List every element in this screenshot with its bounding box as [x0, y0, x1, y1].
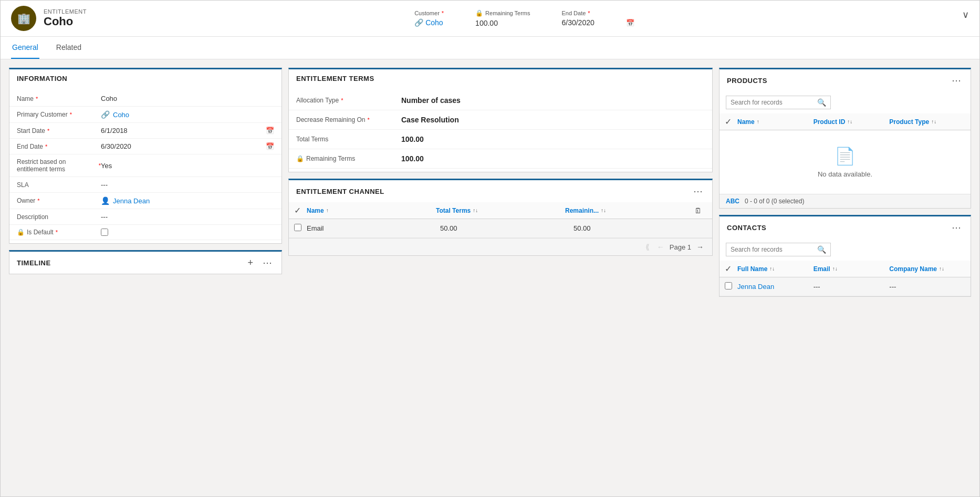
terms-total-label: Total Terms	[296, 136, 401, 143]
header-customer-value[interactable]: 🔗 Coho	[414, 18, 444, 27]
tabs-bar: General Related	[1, 37, 979, 59]
channel-row-checkbox[interactable]	[294, 224, 301, 231]
products-search-input[interactable]	[731, 99, 814, 106]
products-search-icon: 🔍	[817, 98, 826, 107]
contacts-card: CONTACTS ⋯ 🔍 ✓ Full Name	[719, 215, 971, 297]
products-empty-state: 📄 No data available.	[720, 130, 971, 194]
start-date-calendar-icon[interactable]: 📅	[266, 127, 274, 134]
products-empty-icon: 📄	[835, 146, 856, 166]
contacts-row-check[interactable]	[725, 282, 737, 291]
products-card-header: PRODUCTS ⋯	[720, 69, 971, 91]
entitlement-terms-header: ENTITLEMENT TERMS	[289, 69, 712, 88]
field-owner-value[interactable]: 👤 Jenna Dean	[101, 196, 274, 205]
header-enddate-value: 6/30/2020 📅	[561, 18, 634, 27]
products-col-product-type[interactable]: Product Type ↑↓	[889, 118, 965, 126]
is-default-checkbox[interactable]	[101, 229, 108, 236]
field-end-date-value: 6/30/2020 📅	[101, 142, 274, 150]
contacts-company-sort-icon: ↑↓	[939, 266, 944, 272]
products-search-box[interactable]: 🔍	[726, 96, 831, 109]
header-remaining-field: 🔒 Remaining Terms 100.00	[475, 9, 530, 27]
field-primary-customer-label: Primary Customer *	[17, 111, 101, 118]
contacts-cell-full-name[interactable]: Jenna Dean	[737, 283, 814, 291]
field-start-date-label: Start Date *	[17, 127, 101, 134]
channel-col-remaining[interactable]: Remainin... ↑↓	[565, 207, 694, 214]
terms-allocation-label: Allocation Type *	[296, 97, 401, 104]
lock-icon: 🔒	[475, 9, 483, 17]
products-col-product-id[interactable]: Product ID ↑↓	[814, 118, 890, 126]
channel-col-name[interactable]: Name ↑	[307, 207, 436, 214]
channel-more-button[interactable]: ⋯	[691, 185, 705, 197]
owner-person-icon: 👤	[101, 196, 110, 205]
channel-next-page-button[interactable]: →	[694, 242, 706, 252]
header-remaining-value: 100.00	[475, 19, 530, 27]
channel-pagination-controls: ⟪ ← Page 1 →	[643, 242, 706, 252]
contacts-row-checkbox[interactable]	[725, 282, 732, 289]
field-is-default-label: 🔒 Is Default *	[17, 229, 101, 236]
end-date-calendar-icon[interactable]: 📅	[266, 142, 274, 150]
products-name-sort-icon: ↑	[757, 119, 759, 125]
products-col-name[interactable]: Name ↑	[737, 118, 814, 126]
field-restrict-label: Restrict based on entitlement terms *	[17, 158, 101, 173]
channel-col-total-terms[interactable]: Total Terms ↑↓	[436, 207, 565, 214]
terms-decrease-on: Decrease Remaining On * Case Resolution	[289, 110, 712, 130]
field-start-date: Start Date * 6/1/2018 📅	[9, 123, 282, 139]
products-abc-label: ABC	[726, 198, 739, 205]
owner-required: *	[37, 198, 39, 204]
end-date-required: *	[45, 143, 47, 150]
channel-cell-name: Email	[307, 224, 440, 232]
entitlement-terms-card: ENTITLEMENT TERMS Allocation Type * Numb…	[288, 68, 713, 172]
timeline-header: Timeline + ⋯	[9, 252, 282, 274]
field-primary-customer: Primary Customer * 🔗 Coho	[9, 107, 282, 123]
channel-first-page-button[interactable]: ⟪	[643, 242, 652, 252]
field-description-value: ---	[101, 213, 274, 221]
contacts-more-button[interactable]: ⋯	[950, 222, 963, 233]
start-date-required: *	[47, 128, 49, 134]
channel-row-check[interactable]	[294, 224, 307, 233]
field-is-default-value	[101, 229, 274, 236]
name-required: *	[36, 96, 38, 102]
timeline-add-button[interactable]: +	[245, 257, 255, 268]
contacts-grid-header: ✓ Full Name ↑↓ Email ↑↓ Company Name ↑↓	[720, 261, 971, 277]
contacts-search-box[interactable]: 🔍	[726, 243, 831, 256]
channel-prev-page-button[interactable]: ←	[655, 242, 666, 252]
header-enddate-field: End Date * 6/30/2020 📅	[561, 10, 634, 27]
field-description: Description ---	[9, 209, 282, 225]
products-card: PRODUCTS ⋯ 🔍 ✓ Name	[719, 68, 971, 209]
field-primary-customer-value[interactable]: 🔗 Coho	[101, 110, 274, 119]
contacts-search-input[interactable]	[731, 246, 814, 253]
enddate-calendar-icon[interactable]: 📅	[626, 19, 634, 27]
channel-total-sort-icon: ↑↓	[473, 208, 478, 213]
contacts-search-container: 🔍	[720, 239, 971, 261]
information-card: INFORMATION Name * Coho Primary	[9, 68, 282, 244]
products-footer: ABC 0 - 0 of 0 (0 selected)	[720, 194, 971, 208]
contacts-name-sort-icon: ↑↓	[769, 266, 775, 272]
field-sla-value: ---	[101, 181, 274, 189]
contacts-cell-email: ---	[814, 283, 890, 291]
products-select-all[interactable]: ✓	[725, 117, 737, 127]
contacts-col-company-name[interactable]: Company Name ↑↓	[889, 265, 965, 273]
contacts-col-full-name[interactable]: Full Name ↑↓	[737, 265, 814, 273]
channel-select-all[interactable]: ✓	[294, 205, 307, 215]
products-more-button[interactable]: ⋯	[950, 75, 963, 86]
entitlement-channel-header: ENTITLEMENT CHANNEL ⋯	[289, 180, 712, 202]
header-collapse-button[interactable]: ∨	[962, 6, 969, 20]
header-customer-field: Customer * 🔗 Coho	[414, 10, 444, 27]
timeline-more-button[interactable]: ⋯	[260, 257, 274, 268]
channel-grid-header: ✓ Name ↑ Total Terms ↑↓ Remainin... ↑↓	[289, 202, 712, 219]
contacts-table-row: Jenna Dean --- ---	[720, 277, 971, 296]
left-column: INFORMATION Name * Coho Primary	[9, 68, 282, 488]
tab-related[interactable]: Related	[55, 37, 82, 59]
remaining-lock-icon: 🔒	[296, 155, 304, 162]
contacts-col-email[interactable]: Email ↑↓	[814, 265, 890, 273]
tab-general[interactable]: General	[11, 37, 39, 59]
field-is-default: 🔒 Is Default *	[9, 225, 282, 240]
contacts-select-all[interactable]: ✓	[725, 264, 737, 274]
field-sla: SLA ---	[9, 177, 282, 193]
customer-entity-icon: 🔗	[414, 18, 423, 27]
entity-label: ENTITLEMENT	[44, 8, 87, 15]
contacts-email-sort-icon: ↑↓	[832, 266, 838, 272]
channel-page-label: Page 1	[670, 243, 691, 251]
terms-remaining-terms: 🔒 Remaining Terms 100.00	[289, 149, 712, 169]
products-search-container: 🔍	[720, 91, 971, 113]
field-restrict-value: Yes	[101, 162, 274, 170]
